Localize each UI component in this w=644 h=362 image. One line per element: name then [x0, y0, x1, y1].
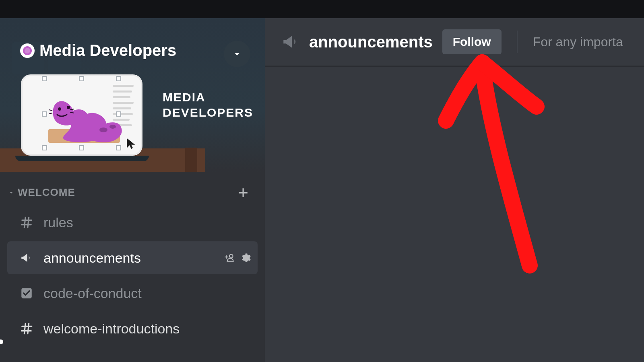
create-channel-button[interactable]: + [238, 189, 255, 197]
app-root: Media Developers [0, 0, 644, 362]
channel-label: rules [43, 215, 73, 230]
rules-checkbox-icon [19, 286, 35, 300]
channel-label: code-of-conduct [43, 286, 142, 301]
channel-item-welcome-introductions[interactable]: welcome-introductions [7, 312, 258, 345]
server-name: Media Developers [39, 41, 176, 60]
gear-icon[interactable] [241, 253, 251, 263]
annotation-arrow-icon [422, 40, 559, 274]
main-content: announcements Follow For any importa [265, 0, 644, 362]
svg-point-3 [67, 106, 70, 109]
svg-point-0 [99, 128, 107, 132]
banner-subtitle: MEDIA DEVELOPERS [163, 90, 253, 120]
svg-point-2 [58, 107, 61, 111]
channel-header: announcements Follow For any importa [265, 18, 644, 66]
banner-desk-leg [185, 148, 197, 172]
hash-icon [19, 216, 35, 229]
channel-item-code-of-conduct[interactable]: code-of-conduct [7, 277, 258, 310]
seal-illustration-icon [49, 86, 130, 147]
megaphone-icon [281, 32, 301, 52]
channel-item-announcements[interactable]: announcements [7, 241, 258, 274]
channel-label: announcements [43, 250, 141, 266]
banner-illustration [19, 74, 148, 159]
cursor-icon [125, 137, 138, 150]
chevron-down-icon [231, 48, 243, 60]
hash-icon [19, 322, 35, 335]
megaphone-icon [19, 251, 35, 265]
follow-button[interactable]: Follow [442, 29, 502, 54]
channel-topic[interactable]: For any importa [533, 35, 623, 49]
chevron-down-icon [8, 189, 14, 196]
svg-line-4 [49, 110, 52, 111]
svg-point-1 [109, 125, 116, 129]
server-banner: Media Developers [0, 18, 265, 172]
category-label: WELCOME [18, 186, 75, 199]
banner-subtitle-line: DEVELOPERS [163, 105, 253, 120]
banner-subtitle-line: MEDIA [163, 90, 253, 105]
channel-item-rules[interactable]: rules [7, 206, 258, 239]
channel-label: welcome-introductions [43, 321, 180, 337]
svg-line-5 [49, 113, 52, 114]
channel-list: WELCOME + rules announcements [0, 172, 265, 362]
server-header[interactable]: Media Developers [20, 41, 249, 60]
header-divider [517, 31, 518, 53]
channel-category[interactable]: WELCOME + [7, 184, 258, 206]
server-menu-button[interactable] [224, 41, 250, 67]
channel-header-title: announcements [309, 33, 433, 51]
server-verified-badge-icon [20, 43, 35, 58]
server-sidebar: Media Developers [0, 0, 265, 362]
invite-people-icon[interactable] [225, 253, 235, 263]
window-top-bar [0, 0, 644, 18]
